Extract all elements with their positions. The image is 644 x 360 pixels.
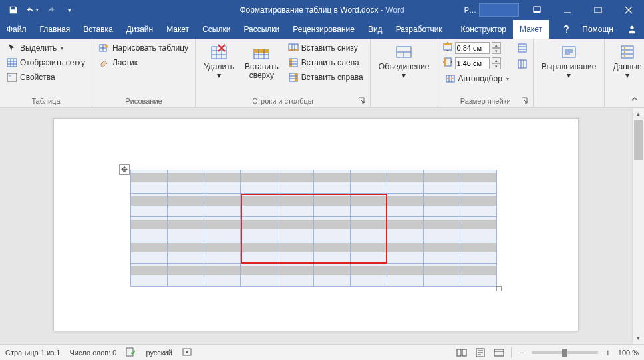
- table-row[interactable]: [131, 217, 497, 240]
- col-width-input[interactable]: [455, 57, 490, 69]
- eraser-button[interactable]: Ластик: [96, 56, 191, 69]
- page-count[interactable]: Страница 1 из 1: [5, 349, 60, 357]
- width-down[interactable]: ▾: [492, 63, 501, 69]
- data-button[interactable]: Данные▾: [609, 41, 644, 96]
- table-cell[interactable]: [241, 194, 277, 217]
- tab-design[interactable]: Дизайн: [120, 20, 160, 39]
- table-row[interactable]: [131, 194, 497, 217]
- tab-insert[interactable]: Вставка: [77, 20, 120, 39]
- minimize-button[interactable]: [552, 0, 583, 20]
- document-scroll[interactable]: ✥: [0, 108, 632, 344]
- close-button[interactable]: [613, 0, 644, 20]
- table-row[interactable]: [131, 170, 497, 194]
- scroll-thumb[interactable]: [634, 120, 643, 160]
- table-cell[interactable]: [314, 217, 351, 240]
- zoom-level[interactable]: 100 %: [618, 349, 639, 357]
- table-cell[interactable]: [314, 240, 351, 264]
- properties-button[interactable]: Свойства: [4, 71, 88, 84]
- table-cell[interactable]: [204, 240, 241, 264]
- distribute-rows-button[interactable]: [516, 41, 529, 55]
- table-cell[interactable]: [351, 264, 387, 287]
- print-layout-button[interactable]: [474, 347, 487, 359]
- cell-size-dialog-launcher[interactable]: [521, 97, 528, 104]
- maximize-button[interactable]: [583, 0, 613, 20]
- insert-right-button[interactable]: Вставить справа: [285, 71, 366, 84]
- table-cell[interactable]: [314, 264, 351, 287]
- macro-icon[interactable]: [182, 347, 192, 358]
- tab-table-design[interactable]: Конструктор: [454, 20, 513, 39]
- redo-button[interactable]: [43, 2, 59, 18]
- merge-button[interactable]: Объединение▾: [375, 41, 434, 96]
- table-cell[interactable]: [424, 194, 460, 217]
- table-cell[interactable]: [351, 240, 387, 264]
- table-cell[interactable]: [131, 240, 168, 264]
- tab-review[interactable]: Рецензирование: [286, 20, 361, 39]
- height-up[interactable]: ▴: [492, 42, 501, 48]
- select-button[interactable]: Выделить▾: [4, 41, 88, 55]
- table-cell[interactable]: [168, 240, 204, 264]
- table-cell[interactable]: [460, 217, 497, 240]
- draw-table-button[interactable]: Нарисовать таблицу: [96, 41, 191, 55]
- table-cell[interactable]: [387, 170, 424, 194]
- collapse-ribbon-button[interactable]: [629, 94, 640, 104]
- scroll-down-button[interactable]: ▾: [633, 332, 644, 344]
- qat-customize-button[interactable]: ▾: [61, 2, 77, 18]
- table-cell[interactable]: [314, 194, 351, 217]
- tab-view[interactable]: Вид: [361, 20, 389, 39]
- height-down[interactable]: ▾: [492, 48, 501, 54]
- delete-button[interactable]: Удалить▾: [200, 41, 238, 96]
- scroll-up-button[interactable]: ▴: [633, 108, 644, 120]
- table-cell[interactable]: [351, 194, 387, 217]
- table-cell[interactable]: [204, 170, 241, 194]
- table-cell[interactable]: [168, 194, 204, 217]
- account-box[interactable]: [479, 3, 519, 17]
- table-cell[interactable]: [241, 217, 277, 240]
- table-cell[interactable]: [241, 264, 277, 287]
- table-cell[interactable]: [131, 194, 168, 217]
- tab-layout[interactable]: Макет: [160, 20, 196, 39]
- zoom-slider[interactable]: [532, 351, 598, 354]
- table-cell[interactable]: [277, 194, 314, 217]
- autofit-button[interactable]: Автоподбор▾: [442, 72, 512, 85]
- table-cell[interactable]: [424, 240, 460, 264]
- tab-references[interactable]: Ссылки: [196, 20, 237, 39]
- table-cell[interactable]: [424, 217, 460, 240]
- rows-cols-dialog-launcher[interactable]: [358, 97, 365, 104]
- table-cell[interactable]: [277, 170, 314, 194]
- vertical-scrollbar[interactable]: ▴ ▾: [632, 108, 644, 344]
- width-up[interactable]: ▴: [492, 57, 501, 63]
- table-cell[interactable]: [387, 217, 424, 240]
- tab-mailings[interactable]: Рассылки: [237, 20, 286, 39]
- table-cell[interactable]: [241, 240, 277, 264]
- insert-left-button[interactable]: Вставить слева: [285, 56, 366, 69]
- table-cell[interactable]: [314, 170, 351, 194]
- table-move-handle[interactable]: ✥: [119, 164, 130, 175]
- tab-table-layout[interactable]: Макет: [513, 20, 549, 39]
- tell-me-label[interactable]: Помощн: [575, 25, 620, 34]
- view-gridlines-button[interactable]: Отобразить сетку: [4, 56, 88, 69]
- alignment-button[interactable]: Выравнивание▾: [538, 41, 601, 96]
- table-cell[interactable]: [131, 217, 168, 240]
- table-cell[interactable]: [168, 264, 204, 287]
- tab-home[interactable]: Главная: [33, 20, 77, 39]
- page[interactable]: ✥: [53, 118, 579, 331]
- table-cell[interactable]: [460, 194, 497, 217]
- distribute-cols-button[interactable]: [516, 57, 529, 71]
- table-cell[interactable]: [131, 264, 168, 287]
- ribbon-options-button[interactable]: [522, 0, 552, 20]
- table-cell[interactable]: [168, 217, 204, 240]
- table-cell[interactable]: [204, 264, 241, 287]
- table-resize-handle[interactable]: [496, 286, 502, 291]
- table-cell[interactable]: [460, 240, 497, 264]
- zoom-in-button[interactable]: +: [603, 347, 613, 358]
- row-height-input[interactable]: [455, 42, 490, 54]
- table-cell[interactable]: [387, 264, 424, 287]
- undo-button[interactable]: ▾: [24, 2, 40, 18]
- table-cell[interactable]: [204, 217, 241, 240]
- web-layout-button[interactable]: [492, 347, 506, 359]
- language-label[interactable]: русский: [146, 349, 172, 357]
- table-cell[interactable]: [204, 194, 241, 217]
- table-cell[interactable]: [387, 240, 424, 264]
- table-cell[interactable]: [351, 217, 387, 240]
- table-cell[interactable]: [460, 264, 497, 287]
